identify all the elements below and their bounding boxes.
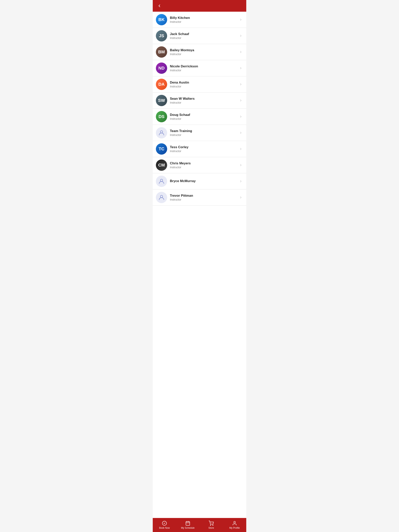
staff-item[interactable]: Team Training Instructor bbox=[153, 125, 246, 141]
staff-name: Tess Corley bbox=[170, 145, 238, 149]
chevron-icon bbox=[238, 66, 243, 70]
staff-item[interactable]: DS Doug Schaaf Instructor bbox=[153, 109, 246, 125]
chevron-icon bbox=[238, 50, 243, 54]
staff-role: Instructor bbox=[170, 69, 238, 72]
avatar: BM bbox=[156, 46, 167, 58]
svg-point-9 bbox=[212, 525, 213, 525]
chevron-icon bbox=[238, 114, 243, 119]
staff-info: Nicole Derrickson Instructor bbox=[170, 64, 238, 72]
staff-info: Trevor Pittman Instructor bbox=[170, 194, 238, 201]
tab-label: Book Now bbox=[159, 526, 170, 529]
staff-name: Chris Meyers bbox=[170, 161, 238, 165]
staff-name: Dena Austin bbox=[170, 81, 238, 84]
svg-point-10 bbox=[234, 521, 236, 523]
staff-role: Instructor bbox=[170, 20, 238, 23]
chevron-icon bbox=[238, 179, 243, 184]
svg-point-2 bbox=[160, 195, 163, 198]
avatar: CM bbox=[156, 159, 167, 171]
staff-name: Doug Schaaf bbox=[170, 113, 238, 117]
tab-label: My Schedule bbox=[181, 526, 194, 529]
staff-info: Jack Schaaf Instructor bbox=[170, 32, 238, 39]
staff-role: Instructor bbox=[170, 166, 238, 169]
staff-list: BK Billy Kitchen Instructor JS Jack Scha… bbox=[153, 12, 246, 206]
staff-item[interactable]: DA Dena Austin Instructor bbox=[153, 76, 246, 93]
check-circle-icon bbox=[162, 521, 167, 526]
avatar: ND bbox=[156, 63, 167, 74]
staff-item[interactable]: ND Nicole Derrickson Instructor bbox=[153, 60, 246, 76]
staff-role: Instructor bbox=[170, 133, 238, 137]
calendar-icon bbox=[185, 521, 190, 526]
svg-rect-4 bbox=[186, 521, 190, 525]
avatar: DA bbox=[156, 79, 167, 90]
staff-role: Instructor bbox=[170, 53, 238, 56]
svg-point-8 bbox=[210, 525, 211, 525]
tab-my-schedule[interactable]: My Schedule bbox=[176, 518, 200, 532]
staff-role: Instructor bbox=[170, 117, 238, 120]
person-icon bbox=[232, 521, 237, 526]
chevron-icon bbox=[238, 163, 243, 167]
staff-item[interactable]: BM Bailey Montoya Instructor bbox=[153, 44, 246, 60]
back-button[interactable] bbox=[156, 2, 163, 9]
staff-name: Nicole Derrickson bbox=[170, 64, 238, 68]
staff-role: Instructor bbox=[170, 85, 238, 88]
staff-info: Dena Austin Instructor bbox=[170, 81, 238, 88]
staff-item[interactable]: Bryce McMurray bbox=[153, 173, 246, 190]
staff-info: Bailey Montoya Instructor bbox=[170, 48, 238, 56]
staff-item[interactable]: Trevor Pittman Instructor bbox=[153, 190, 246, 206]
chevron-icon bbox=[238, 33, 243, 38]
staff-info: Team Training Instructor bbox=[170, 129, 238, 137]
chevron-icon bbox=[238, 17, 243, 22]
chevron-icon bbox=[238, 195, 243, 200]
svg-point-0 bbox=[160, 131, 163, 133]
avatar: DS bbox=[156, 111, 167, 122]
staff-name: Sean W Walters bbox=[170, 97, 238, 101]
staff-item[interactable]: TC Tess Corley Instructor bbox=[153, 141, 246, 157]
svg-point-1 bbox=[160, 179, 163, 182]
chevron-icon bbox=[238, 82, 243, 87]
avatar-placeholder bbox=[156, 192, 167, 203]
staff-item[interactable]: JS Jack Schaaf Instructor bbox=[153, 28, 246, 44]
staff-role: Instructor bbox=[170, 198, 238, 201]
staff-item[interactable]: BK Billy Kitchen Instructor bbox=[153, 12, 246, 28]
staff-info: Bryce McMurray bbox=[170, 179, 238, 184]
staff-name: Jack Schaaf bbox=[170, 32, 238, 36]
avatar-placeholder bbox=[156, 176, 167, 187]
chevron-icon bbox=[238, 147, 243, 151]
staff-name: Billy Kitchen bbox=[170, 16, 238, 20]
staff-info: Sean W Walters Instructor bbox=[170, 97, 238, 104]
chevron-icon bbox=[238, 130, 243, 135]
avatar-placeholder bbox=[156, 127, 167, 139]
staff-info: Tess Corley Instructor bbox=[170, 145, 238, 153]
tab-label: Store bbox=[208, 526, 214, 529]
chevron-icon bbox=[238, 98, 243, 103]
avatar: TC bbox=[156, 143, 167, 155]
staff-role: Instructor bbox=[170, 36, 238, 39]
tab-store[interactable]: Store bbox=[200, 518, 223, 532]
tab-my-profile[interactable]: My Profile bbox=[223, 518, 246, 532]
avatar: JS bbox=[156, 30, 167, 41]
avatar: SW bbox=[156, 95, 167, 106]
cart-icon bbox=[209, 521, 214, 526]
tab-bar: Book Now My Schedule Store My Profile bbox=[153, 518, 246, 532]
staff-role: Instructor bbox=[170, 150, 238, 153]
staff-name: Trevor Pittman bbox=[170, 194, 238, 198]
tab-label: My Profile bbox=[229, 526, 240, 529]
staff-item[interactable]: SW Sean W Walters Instructor bbox=[153, 93, 246, 109]
staff-role: Instructor bbox=[170, 101, 238, 104]
header bbox=[153, 0, 246, 12]
staff-name: Bryce McMurray bbox=[170, 179, 238, 183]
staff-info: Chris Meyers Instructor bbox=[170, 161, 238, 169]
staff-name: Team Training bbox=[170, 129, 238, 133]
avatar: BK bbox=[156, 14, 167, 25]
staff-item[interactable]: CM Chris Meyers Instructor bbox=[153, 157, 246, 173]
staff-name: Bailey Montoya bbox=[170, 48, 238, 52]
staff-list-container: BK Billy Kitchen Instructor JS Jack Scha… bbox=[153, 12, 246, 518]
staff-info: Doug Schaaf Instructor bbox=[170, 113, 238, 120]
staff-info: Billy Kitchen Instructor bbox=[170, 16, 238, 23]
tab-book-now[interactable]: Book Now bbox=[153, 518, 176, 532]
